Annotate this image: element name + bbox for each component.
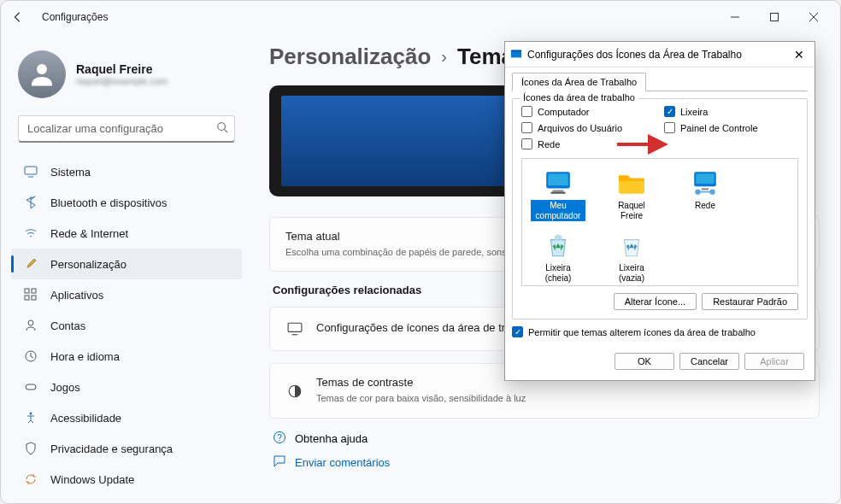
svg-rect-5 bbox=[25, 167, 37, 174]
card-subtitle: Temas de cor para baixa visão, sensibili… bbox=[316, 392, 526, 405]
nav-hora[interactable]: Hora e idioma bbox=[11, 341, 242, 372]
nav-contas[interactable]: Contas bbox=[11, 310, 242, 341]
icon-raquel-freire[interactable]: Raquel Freire bbox=[604, 167, 659, 221]
profile-block[interactable]: Raquel Freire raquel@example.com bbox=[11, 44, 242, 112]
allow-themes-checkbox[interactable]: Permitir que temas alterem ícones da áre… bbox=[512, 326, 808, 337]
cancel-button[interactable]: Cancelar bbox=[679, 353, 739, 370]
contrast-icon bbox=[285, 382, 304, 401]
svg-point-2 bbox=[37, 64, 47, 74]
computer-icon bbox=[543, 167, 573, 198]
nav-label: Rede & Internet bbox=[50, 227, 128, 240]
bluetooth-icon bbox=[23, 195, 38, 210]
nav-jogos[interactable]: Jogos bbox=[11, 372, 242, 402]
minimize-button[interactable] bbox=[715, 3, 755, 31]
svg-point-11 bbox=[28, 320, 33, 325]
nav-acessibilidade[interactable]: Acessibilidade bbox=[11, 402, 242, 433]
check-lixeira[interactable]: Lixeira bbox=[664, 106, 798, 117]
nav-label: Bluetooth e dispositivos bbox=[50, 196, 168, 209]
icon-label: Lixeira (vazia) bbox=[604, 262, 659, 284]
icon-preview-well: Meu computador Raquel Freire Rede Lixeir… bbox=[521, 158, 798, 286]
icon-lixeira-vazia[interactable]: Lixeira (vazia) bbox=[604, 230, 659, 284]
user-folder-icon bbox=[616, 167, 647, 198]
dialog-title: Configurações dos Ícones da Área de Trab… bbox=[527, 49, 742, 61]
svg-rect-7 bbox=[25, 289, 29, 293]
nav-aplicativos[interactable]: Aplicativos bbox=[11, 279, 242, 310]
svg-text:?: ? bbox=[277, 433, 282, 442]
check-arquivos[interactable]: Arquivos do Usuário bbox=[521, 122, 656, 133]
restore-default-button[interactable]: Restaurar Padrão bbox=[702, 293, 798, 310]
svg-rect-21 bbox=[511, 50, 521, 51]
svg-rect-25 bbox=[551, 192, 566, 194]
wifi-icon bbox=[23, 226, 38, 241]
check-rede[interactable]: Rede bbox=[521, 138, 656, 149]
update-icon bbox=[23, 472, 38, 487]
svg-rect-27 bbox=[696, 173, 714, 184]
icon-label: Raquel Freire bbox=[604, 200, 659, 221]
nav-label: Aplicativos bbox=[50, 289, 103, 302]
search-box bbox=[18, 115, 235, 143]
svg-rect-8 bbox=[32, 289, 36, 293]
search-icon bbox=[216, 121, 228, 137]
nav-label: Contas bbox=[50, 319, 85, 332]
recycle-full-icon bbox=[543, 230, 573, 261]
titlebar: Configurações bbox=[1, 1, 840, 33]
svg-rect-13 bbox=[26, 384, 36, 390]
tab-icons[interactable]: Ícones da Área de Trabalho bbox=[512, 73, 646, 91]
svg-rect-9 bbox=[25, 296, 29, 300]
window-controls bbox=[715, 3, 833, 31]
search-input[interactable] bbox=[18, 115, 235, 143]
svg-rect-15 bbox=[288, 324, 302, 332]
nav-label: Windows Update bbox=[50, 473, 134, 486]
breadcrumb-parent[interactable]: Personalização bbox=[269, 44, 431, 70]
brush-icon bbox=[23, 256, 38, 272]
nav-label: Acessibilidade bbox=[50, 412, 121, 425]
nav-rede[interactable]: Rede & Internet bbox=[11, 218, 242, 249]
icon-lixeira-cheia[interactable]: Lixeira (cheia) bbox=[531, 230, 585, 284]
recycle-empty-icon bbox=[616, 230, 647, 261]
avatar bbox=[18, 50, 66, 98]
change-icon-button[interactable]: Alterar Ícone... bbox=[614, 293, 697, 310]
svg-point-14 bbox=[30, 413, 32, 415]
icon-label: Rede bbox=[693, 200, 717, 212]
svg-rect-23 bbox=[548, 173, 568, 185]
privacy-icon bbox=[23, 441, 38, 456]
feedback-icon bbox=[273, 454, 286, 472]
nav-personalizacao[interactable]: Personalização bbox=[11, 249, 242, 279]
icon-label: Lixeira (cheia) bbox=[531, 262, 585, 284]
help-icon: ? bbox=[273, 431, 286, 448]
svg-rect-10 bbox=[32, 296, 36, 300]
profile-email: raquel@example.com bbox=[76, 76, 168, 86]
profile-name: Raquel Freire bbox=[76, 62, 168, 76]
nav-label: Privacidade e segurança bbox=[50, 442, 173, 455]
icons-groupbox: Ícones da área de trabalho Computador Li… bbox=[512, 98, 808, 319]
icon-rede[interactable]: Rede bbox=[678, 167, 732, 221]
groupbox-label: Ícones da área de trabalho bbox=[520, 92, 638, 103]
back-button[interactable] bbox=[8, 7, 28, 27]
system-icon bbox=[23, 164, 38, 179]
nav-bluetooth[interactable]: Bluetooth e dispositivos bbox=[11, 187, 242, 218]
ok-button[interactable]: OK bbox=[615, 353, 674, 370]
apply-button[interactable]: Aplicar bbox=[744, 353, 804, 370]
nav-sistema[interactable]: Sistema bbox=[11, 156, 242, 187]
monitor-icon bbox=[285, 319, 304, 338]
check-computador[interactable]: Computador bbox=[521, 106, 656, 117]
nav-update[interactable]: Windows Update bbox=[11, 464, 242, 495]
chevron-right-icon: › bbox=[441, 47, 447, 67]
tab-strip: Ícones da Área de Trabalho bbox=[512, 73, 808, 91]
dialog-footer: OK Cancelar Aplicar bbox=[505, 344, 815, 380]
nav-label: Personalização bbox=[50, 258, 126, 271]
accounts-icon bbox=[23, 318, 38, 333]
maximize-button[interactable] bbox=[755, 3, 794, 31]
dialog-titlebar: Configurações dos Ícones da Área de Trab… bbox=[505, 42, 815, 67]
nav-privacidade[interactable]: Privacidade e segurança bbox=[11, 433, 242, 464]
desktop-icon-settings-dialog: Configurações dos Ícones da Área de Trab… bbox=[504, 41, 815, 381]
close-button[interactable] bbox=[794, 3, 833, 31]
dialog-close-button[interactable]: ✕ bbox=[789, 44, 809, 65]
dialog-icon bbox=[510, 48, 522, 62]
svg-point-3 bbox=[218, 123, 226, 131]
icon-meu-computador[interactable]: Meu computador bbox=[531, 167, 585, 221]
check-painel[interactable]: Painel de Controle bbox=[664, 122, 798, 133]
nav-label: Sistema bbox=[50, 166, 91, 179]
feedback-link[interactable]: Enviar comentários bbox=[295, 456, 390, 469]
svg-rect-1 bbox=[771, 14, 779, 21]
